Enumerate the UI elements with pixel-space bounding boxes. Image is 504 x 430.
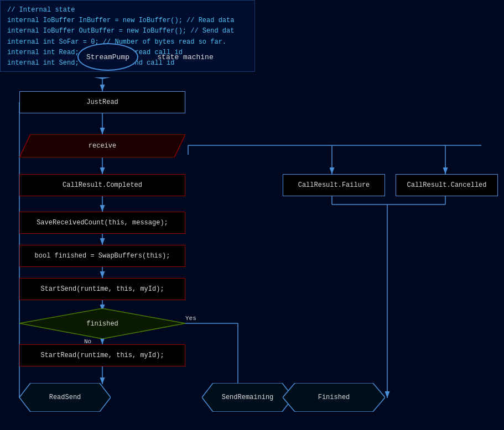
callresult-completed-node: CallResult.Completed bbox=[19, 174, 185, 196]
bool-finished-node: bool finished = SwapBuffers(this); bbox=[19, 245, 185, 267]
startread-node: StartRead(runtime, this, myId); bbox=[19, 344, 185, 366]
streampump-node: StreamPump bbox=[77, 43, 138, 71]
state-machine-label: state machine bbox=[149, 49, 221, 65]
savereceivedcount-node: SaveReceivedCount(this, message); bbox=[19, 212, 185, 234]
readsend-node: ReadSend bbox=[19, 383, 111, 412]
code-line-1: // Internal state bbox=[7, 5, 248, 15]
callresult-failure-node: CallResult.Failure bbox=[283, 174, 385, 196]
justread-node: JustRead bbox=[19, 91, 185, 113]
svg-marker-3 bbox=[94, 77, 111, 79]
startsend-node: StartSend(runtime, this, myId); bbox=[19, 278, 185, 300]
code-line-3: internal IoBuffer OutBuffer = new IoBuff… bbox=[7, 26, 248, 36]
receive-node: receive bbox=[19, 134, 185, 158]
yes-label: Yes bbox=[185, 315, 196, 322]
callresult-cancelled-node: CallResult.Cancelled bbox=[396, 174, 498, 196]
code-line-2: internal IoBuffer InBuffer = new IoBuffe… bbox=[7, 15, 248, 26]
code-line-4: internal int SoFar = 0; // Number of byt… bbox=[7, 37, 248, 48]
sendremaining-node: SendRemaining bbox=[202, 383, 293, 412]
finished-diamond-node: finished bbox=[19, 308, 185, 339]
finished-hex-node: Finished bbox=[283, 383, 385, 412]
